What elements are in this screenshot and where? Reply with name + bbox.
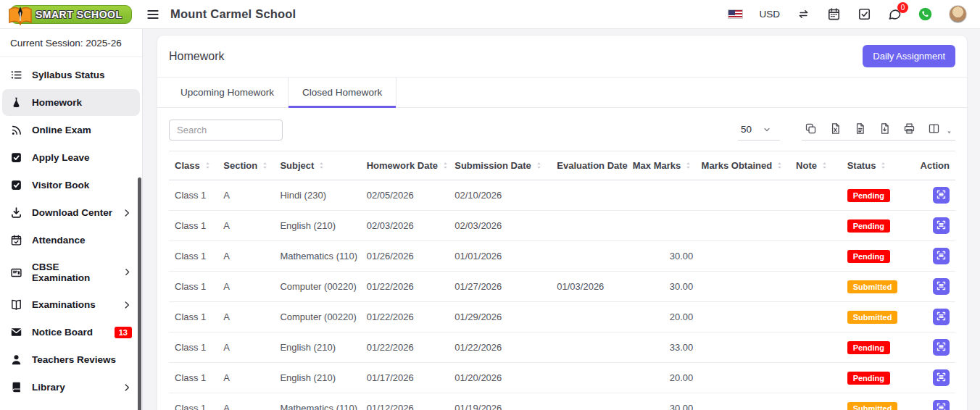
- sidebar-nav: Syllabus Status Homework Online Exam App…: [0, 57, 142, 406]
- cell-marks_obtained: [699, 211, 790, 241]
- cell-submission_date: 02/10/2026: [449, 180, 551, 211]
- sort-icon: [820, 161, 829, 170]
- cell-note: [790, 393, 842, 410]
- cell-class: Class 1: [169, 302, 217, 332]
- column-header-note[interactable]: Note: [790, 151, 842, 180]
- detail-list-icon: [936, 311, 947, 324]
- sidebar-item-download-center[interactable]: Download Center: [2, 199, 140, 226]
- sidebar-item-label: Download Center: [32, 207, 112, 218]
- print-export-button[interactable]: [903, 122, 915, 135]
- excel-export-button[interactable]: [829, 122, 842, 135]
- column-header-class[interactable]: Class: [169, 151, 217, 180]
- download-icon: [10, 206, 22, 219]
- sort-icon: [684, 161, 693, 170]
- daily-assignment-button[interactable]: Daily Assignment: [863, 45, 955, 67]
- copy-export-button[interactable]: [805, 122, 817, 135]
- sidebar-scrollbar[interactable]: [138, 177, 141, 410]
- column-header-submission_date[interactable]: Submission Date: [449, 151, 551, 180]
- row-action-button[interactable]: [933, 400, 950, 410]
- cell-status: Pending: [842, 211, 906, 241]
- sidebar-item-label: Teachers Reviews: [32, 354, 116, 365]
- cell-max_marks: 20.00: [640, 302, 699, 332]
- cell-status: Pending: [842, 241, 906, 272]
- page-size-value: 50: [741, 124, 752, 135]
- whatsapp-icon[interactable]: [918, 7, 933, 22]
- logo-area[interactable]: SMART SCHOOL: [0, 5, 143, 24]
- cell-homework_date: 01/22/2026: [361, 272, 449, 302]
- cell-subject: English (210): [274, 363, 360, 393]
- column-header-max_marks[interactable]: Max Marks: [640, 151, 699, 180]
- homework-card: Homework Daily Assignment Upcoming Homew…: [157, 35, 968, 410]
- sidebar-item-label: Apply Leave: [32, 152, 90, 163]
- sidebar-item-online-exam[interactable]: Online Exam: [2, 117, 140, 143]
- sidebar-item-homework[interactable]: Homework: [2, 89, 140, 116]
- status-badge: Submitted: [847, 311, 898, 324]
- cell-action: [906, 363, 955, 393]
- row-action-button[interactable]: [933, 217, 950, 234]
- cell-section: A: [217, 302, 274, 332]
- sidebar-item-syllabus-status[interactable]: Syllabus Status: [2, 62, 140, 88]
- calendar-icon[interactable]: [826, 7, 841, 22]
- tab-closed-homework[interactable]: Closed Homework: [288, 78, 396, 107]
- currency-selector[interactable]: USD: [759, 9, 780, 20]
- cell-subject: Mathematics (110): [274, 241, 360, 272]
- columns-export-button[interactable]: [928, 122, 940, 135]
- column-header-marks_obtained[interactable]: Marks Obtained: [699, 151, 790, 180]
- tasks-icon[interactable]: [857, 7, 871, 22]
- row-action-button[interactable]: [933, 248, 950, 264]
- sidebar-item-notice-board[interactable]: Notice Board 13: [2, 319, 140, 346]
- search-input[interactable]: [169, 120, 283, 141]
- us-flag-icon[interactable]: [728, 9, 743, 19]
- status-badge: Pending: [847, 189, 890, 202]
- list-icon: [10, 69, 22, 81]
- column-header-subject[interactable]: Subject: [274, 151, 360, 180]
- check-square-icon: [10, 151, 22, 164]
- sidebar-item-attendance[interactable]: Attendance: [2, 227, 140, 254]
- cell-max_marks: 30.00: [640, 272, 699, 302]
- csv-export-button[interactable]: [854, 122, 866, 135]
- cell-class: Class 1: [169, 211, 217, 241]
- sidebar-item-teachers-reviews[interactable]: Teachers Reviews: [2, 346, 140, 373]
- sidebar-item-visitor-book[interactable]: Visitor Book: [2, 172, 140, 198]
- menu-toggle-icon[interactable]: [146, 7, 160, 22]
- page-size-select[interactable]: 50: [738, 122, 780, 141]
- row-action-button[interactable]: [933, 278, 950, 295]
- exchange-icon[interactable]: [796, 7, 810, 22]
- sidebar-item-examinations[interactable]: Examinations: [2, 291, 140, 318]
- column-header-status[interactable]: Status: [842, 151, 906, 180]
- homework-table-wrap: Class Section Subject Homework Date Subm…: [157, 146, 967, 410]
- column-header-evaluation_date[interactable]: Evaluation Date: [551, 151, 640, 180]
- column-header-homework_date[interactable]: Homework Date: [361, 151, 449, 180]
- sidebar-item-label: Homework: [32, 97, 82, 108]
- sort-icon: [775, 161, 784, 170]
- table-row: Class 1AComputer (00220)01/22/202601/29/…: [169, 302, 955, 332]
- user-avatar[interactable]: [949, 5, 967, 23]
- pdf-export-button[interactable]: [879, 122, 891, 135]
- cell-class: Class 1: [169, 180, 217, 211]
- logo-text: SMART SCHOOL: [36, 9, 122, 20]
- cell-class: Class 1: [169, 393, 217, 410]
- sidebar-item-cbse-examination[interactable]: CBSE Examination: [2, 254, 140, 290]
- cell-status: Pending: [842, 180, 906, 211]
- cell-action: [906, 180, 955, 211]
- row-action-button[interactable]: [933, 309, 950, 325]
- cell-status: Submitted: [842, 302, 906, 332]
- homework-table: Class Section Subject Homework Date Subm…: [169, 151, 955, 410]
- school-name: Mount Carmel School: [170, 7, 296, 21]
- cell-evaluation_date: 01/03/2026: [551, 272, 640, 302]
- sidebar-item-library[interactable]: Library: [2, 374, 140, 401]
- sidebar-item-label: Visitor Book: [32, 180, 89, 191]
- sidebar-item-apply-leave[interactable]: Apply Leave: [2, 144, 140, 171]
- row-action-button[interactable]: [933, 369, 950, 386]
- row-action-button[interactable]: [933, 187, 950, 204]
- column-header-section[interactable]: Section: [217, 151, 274, 180]
- cell-marks_obtained: [699, 393, 790, 410]
- chat-icon[interactable]: 0: [887, 7, 902, 22]
- cell-marks_obtained: [699, 302, 790, 332]
- row-action-button[interactable]: [933, 339, 950, 356]
- cell-subject: Mathematics (110): [274, 393, 360, 410]
- page-title: Homework: [169, 50, 224, 63]
- tab-upcoming-homework[interactable]: Upcoming Homework: [167, 78, 288, 107]
- cell-evaluation_date: [551, 393, 640, 410]
- cell-submission_date: 01/20/2026: [449, 363, 551, 393]
